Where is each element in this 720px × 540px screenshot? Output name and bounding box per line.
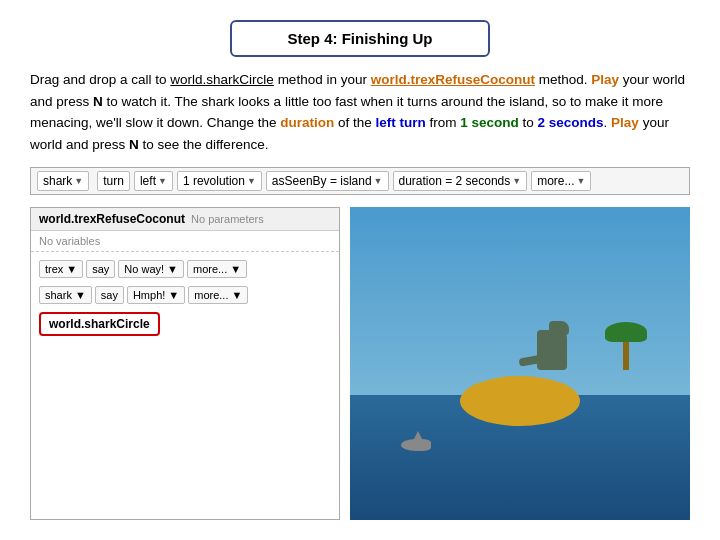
desc-val2: 2 seconds [538,115,604,130]
noway-arrow: ▼ [167,263,178,275]
shark-circle-block[interactable]: world.sharkCircle [39,312,160,336]
desc-method1: world.sharkCircle [170,72,274,87]
toolbar-shark-arrow: ▼ [74,176,83,186]
desc-period: . [604,115,612,130]
toolbar-left-arrow: ▼ [158,176,167,186]
desc-part1: Drag and drop a call to [30,72,170,87]
shark-fin [413,431,423,441]
page-wrapper: Step 4: Finishing Up Drag and drop a cal… [0,0,720,540]
code-panel-body: trex ▼ say No way! ▼ more... ▼ [31,252,339,344]
hmph-arrow: ▼ [168,289,179,301]
code-panel-params: No parameters [191,213,264,225]
noway-label: No way! [124,263,164,275]
step-title-box: Step 4: Finishing Up [230,20,490,57]
trex-label: trex [45,263,63,275]
toolbar-revolution-arrow: ▼ [247,176,256,186]
toolbar-more-label: more... [537,174,574,188]
main-content-area: world.trexRefuseCoconut No parameters No… [30,207,690,520]
dino-head [549,321,569,335]
trex-arrow: ▼ [66,263,77,275]
more-block-1[interactable]: more... ▼ [187,260,247,278]
toolbar-left-label: left [140,174,156,188]
more-label-2: more... [194,289,228,301]
scene-image [350,207,690,520]
code-panel-header: world.trexRefuseCoconut No parameters [31,208,339,231]
desc-part8: to [519,115,538,130]
scene-palm [623,330,629,370]
scene-island [460,376,580,426]
toolbar-row: shark ▼ turn left ▼ 1 revolution ▼ asSee… [30,167,690,195]
toolbar-more[interactable]: more... ▼ [531,171,591,191]
desc-part3: method. [535,72,591,87]
shark-arrow: ▼ [75,289,86,301]
desc-key2: N [129,137,139,152]
toolbar-left[interactable]: left ▼ [134,171,173,191]
more-block-2[interactable]: more... ▼ [188,286,248,304]
more-label-1: more... [193,263,227,275]
toolbar-duration-label: duration = 2 seconds [399,174,511,188]
desc-play2: Play [611,115,639,130]
desc-left-turn: left turn [376,115,426,130]
say-label-2: say [101,289,118,301]
toolbar-duration-arrow: ▼ [512,176,521,186]
toolbar-asseenby[interactable]: asSeenBy = island ▼ [266,171,389,191]
toolbar-turn-label: turn [103,174,124,188]
more-arrow-2: ▼ [231,289,242,301]
trex-block[interactable]: trex ▼ [39,260,83,278]
code-panel-vars: No variables [31,231,339,252]
step-title: Step 4: Finishing Up [288,30,433,47]
noway-block[interactable]: No way! ▼ [118,260,184,278]
hmph-block[interactable]: Hmph! ▼ [127,286,185,304]
toolbar-shark-label: shark [43,174,72,188]
dino-body [537,330,567,370]
toolbar-revolution-label: 1 revolution [183,174,245,188]
toolbar-duration[interactable]: duration = 2 seconds ▼ [393,171,528,191]
desc-part6: of the [334,115,375,130]
more-arrow-1: ▼ [230,263,241,275]
code-panel: world.trexRefuseCoconut No parameters No… [30,207,340,520]
hmph-label: Hmph! [133,289,165,301]
desc-duration: duration [280,115,334,130]
say-block-2[interactable]: say [95,286,124,304]
desc-part7: from [426,115,461,130]
desc-val1: 1 second [460,115,519,130]
shark-circle-label: world.sharkCircle [49,317,150,331]
code-row-2: shark ▼ say Hmph! ▼ more... ▼ [35,284,335,306]
desc-part10: to see the difference. [139,137,269,152]
shark-label: shark [45,289,72,301]
shark-block[interactable]: shark ▼ [39,286,92,304]
say-block-1[interactable]: say [86,260,115,278]
code-row-1: trex ▼ say No way! ▼ more... ▼ [35,258,335,280]
desc-part2: method in your [274,72,371,87]
desc-key1: N [93,94,103,109]
desc-method2: world.trexRefuseCoconut [371,72,535,87]
scene-shark [401,439,431,451]
description-text: Drag and drop a call to world.sharkCircl… [30,69,690,155]
say-label-1: say [92,263,109,275]
toolbar-revolution[interactable]: 1 revolution ▼ [177,171,262,191]
code-panel-title: world.trexRefuseCoconut [39,212,185,226]
toolbar-shark[interactable]: shark ▼ [37,171,89,191]
desc-play1: Play [591,72,619,87]
code-row-highlight: world.sharkCircle [35,310,335,338]
toolbar-asseenby-label: asSeenBy = island [272,174,372,188]
toolbar-turn[interactable]: turn [97,171,130,191]
toolbar-asseenby-arrow: ▼ [374,176,383,186]
palm-leaves [605,322,647,342]
toolbar-more-arrow: ▼ [577,176,586,186]
